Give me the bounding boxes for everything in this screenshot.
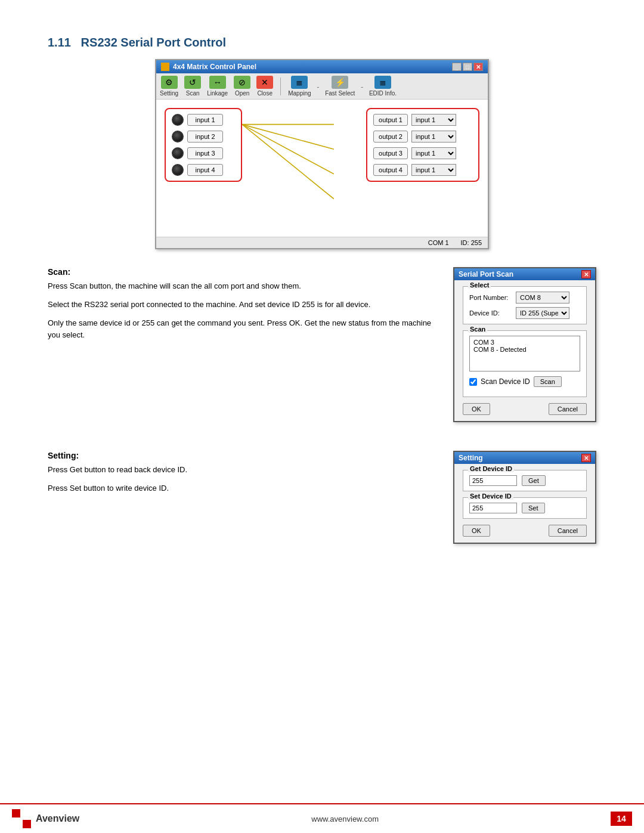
toolbar-separator	[280, 78, 281, 95]
setting-dialog-body: Get Device ID Get Set Device ID Set	[454, 464, 595, 543]
matrix-window: 4x4 Matrix Control Panel _ □ ✕ ⚙ Setting…	[155, 59, 489, 249]
setting-label: Setting:	[48, 451, 435, 460]
input-row-1: input 1	[172, 114, 235, 126]
matrix-statusbar: COM 1 ID: 255	[156, 237, 488, 248]
toolbar-open[interactable]: ⊘ Open	[234, 76, 250, 97]
set-button[interactable]: Set	[522, 503, 545, 513]
scan-dialog-body: Select Port Number: COM 8 Device ID: ID …	[454, 280, 595, 421]
fast-select-icon: ⚡	[332, 76, 348, 89]
matrix-titlebar-buttons[interactable]: _ □ ✕	[452, 63, 483, 71]
scan-dialog-close[interactable]: ✕	[581, 270, 591, 278]
input-3-button[interactable]: input 3	[187, 147, 223, 159]
setting-text2: Press Set button to write device ID.	[48, 482, 435, 495]
scan-result-1: COM 8 - Detected	[473, 346, 576, 353]
svg-line-1	[242, 125, 334, 150]
input-row-4: input 4	[172, 164, 235, 176]
scan-label: Scan:	[48, 267, 435, 277]
output-row-1: output 1 input 1 input 2 input 3 input 4	[373, 114, 472, 126]
get-button[interactable]: Get	[522, 475, 546, 486]
scan-text2: Select the RS232 serial port connected t…	[48, 299, 435, 311]
mapping-icon: ≣	[291, 76, 308, 89]
matrix-outputs-box: output 1 input 1 input 2 input 3 input 4…	[366, 108, 479, 182]
input-4-button[interactable]: input 4	[187, 164, 223, 176]
statusbar-com: COM 1	[428, 239, 449, 246]
page-footer: Avenview www.avenview.com 14	[0, 803, 644, 833]
scan-text1: Press Scan button, the machine will scan…	[48, 280, 435, 293]
scan-section: Scan: Press Scan button, the machine wil…	[48, 267, 596, 433]
setting-dialog-area: Setting ✕ Get Device ID Get Set Devi	[453, 451, 596, 555]
close-icon: ✕	[256, 76, 273, 89]
matrix-inputs-box: input 1 input 2 input 3 input 4	[165, 108, 242, 182]
section-heading: 1.11 RS232 Serial Port Control	[48, 36, 596, 49]
output-3-button[interactable]: output 3	[373, 147, 408, 159]
scan-device-id-checkbox[interactable]	[469, 378, 477, 386]
output-1-button[interactable]: output 1	[373, 114, 408, 126]
setting-dialog-title: Setting	[459, 454, 483, 462]
logo-sq1	[12, 809, 20, 817]
toolbar-edid[interactable]: ≣ EDID Info.	[369, 76, 397, 97]
toolbar-close[interactable]: ✕ Close	[256, 76, 273, 97]
matrix-toolbar: ⚙ Setting ↺ Scan ↔ Linkage ⊘ Open ✕ Clos…	[156, 73, 488, 100]
linkage-label: Linkage	[207, 90, 228, 97]
svg-line-2	[242, 125, 334, 174]
scan-dialog-titlebar: Serial Port Scan ✕	[454, 268, 595, 280]
matrix-titlebar: 4x4 Matrix Control Panel _ □ ✕	[156, 60, 488, 73]
output-2-button[interactable]: output 2	[373, 131, 408, 143]
scan-cancel-button[interactable]: Cancel	[549, 403, 587, 415]
get-device-id-input[interactable]	[469, 475, 517, 486]
output-2-select[interactable]: input 1 input 2 input 3 input 4	[411, 131, 456, 143]
toolbar-scan[interactable]: ↺ Scan	[184, 76, 201, 97]
output-4-select[interactable]: input 1 input 2 input 3 input 4	[411, 164, 456, 176]
toolbar-dash1: -	[317, 83, 320, 90]
statusbar-id: ID: 255	[461, 239, 482, 246]
matrix-body: input 1 input 2 input 3 input 4 o	[156, 100, 488, 237]
matrix-title-icon	[161, 63, 169, 71]
footer-page-number: 14	[611, 812, 632, 826]
toolbar-setting[interactable]: ⚙ Setting	[160, 76, 178, 97]
toolbar-mapping[interactable]: ≣ Mapping	[288, 76, 311, 97]
set-device-id-row: Set	[469, 503, 580, 513]
setting-dialog-titlebar: Setting ✕	[454, 452, 595, 464]
matrix-titlebar-title: 4x4 Matrix Control Panel	[161, 63, 256, 71]
scan-dialog-area: Serial Port Scan ✕ Select Port Number: C…	[453, 267, 596, 433]
scan-ok-button[interactable]: OK	[463, 403, 490, 415]
port-number-select[interactable]: COM 8	[516, 292, 569, 304]
maximize-button[interactable]: □	[463, 63, 472, 71]
scan-button[interactable]: Scan	[534, 376, 562, 387]
input-2-button[interactable]: input 2	[187, 131, 223, 143]
logo-sq2	[23, 820, 31, 828]
scan-text-area: Scan: Press Scan button, the machine wil…	[48, 267, 435, 433]
fast-select-label: Fast Select	[325, 90, 355, 97]
device-id-row: Device ID: ID 255 (Super)	[469, 307, 580, 319]
output-1-select[interactable]: input 1 input 2 input 3 input 4	[411, 114, 456, 126]
setting-ok-button[interactable]: OK	[463, 525, 490, 537]
setting-cancel-button[interactable]: Cancel	[549, 525, 587, 537]
output-row-3: output 3 input 1 input 2 input 3 input 4	[373, 147, 472, 159]
input-3-circle	[172, 147, 184, 159]
setting-dialog-buttons: OK Cancel	[463, 525, 587, 537]
input-row-2: input 2	[172, 131, 235, 143]
output-3-select[interactable]: input 1 input 2 input 3 input 4	[411, 147, 456, 159]
toolbar-linkage[interactable]: ↔ Linkage	[207, 76, 228, 97]
setting-dialog-close[interactable]: ✕	[581, 454, 591, 462]
open-label: Open	[235, 90, 249, 97]
input-4-circle	[172, 164, 184, 176]
input-1-circle	[172, 114, 184, 126]
set-device-id-input[interactable]	[469, 503, 517, 513]
select-group: Select Port Number: COM 8 Device ID: ID …	[463, 286, 587, 324]
linkage-icon: ↔	[209, 76, 226, 89]
minimize-button[interactable]: _	[452, 63, 462, 71]
scan-dialog-buttons: OK Cancel	[463, 403, 587, 415]
get-device-id-label: Get Device ID	[468, 465, 514, 472]
setting-text1: Press Get button to read back device ID.	[48, 464, 435, 476]
input-1-button[interactable]: input 1	[187, 114, 223, 126]
open-icon: ⊘	[234, 76, 250, 89]
set-device-id-label: Set Device ID	[468, 493, 513, 500]
close-button[interactable]: ✕	[473, 63, 483, 71]
device-id-select[interactable]: ID 255 (Super)	[516, 307, 569, 319]
output-4-button[interactable]: output 4	[373, 164, 408, 176]
scan-device-id-row: Scan Device ID Scan	[469, 376, 580, 387]
scan-result-0: COM 3	[473, 339, 576, 346]
input-2-circle	[172, 131, 184, 143]
toolbar-fast-select[interactable]: ⚡ Fast Select	[325, 76, 355, 97]
